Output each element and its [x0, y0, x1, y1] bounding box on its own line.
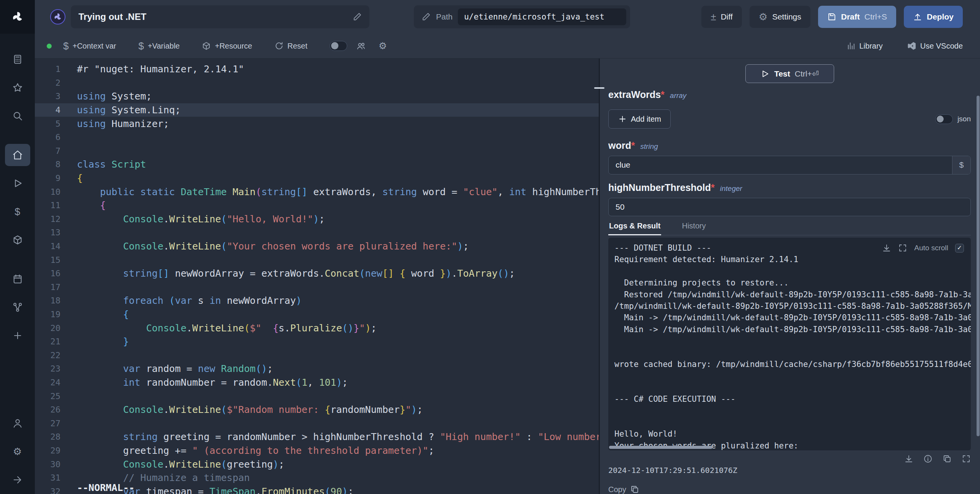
library-button[interactable]: Library [846, 41, 883, 51]
editor-toggle[interactable] [330, 41, 347, 51]
code-line[interactable]: 29 greeting += " (according to the thres… [35, 444, 599, 458]
add-item-button[interactable]: Add item [608, 109, 671, 129]
line-number: 25 [35, 391, 60, 401]
windmill-logo[interactable] [0, 0, 35, 34]
code-line[interactable]: 7 [35, 144, 599, 158]
code-line[interactable]: 23 var random = new Random(); [35, 362, 599, 376]
code-line[interactable]: 13 [35, 226, 599, 240]
code-line[interactable]: 19 { [35, 308, 599, 321]
code-line[interactable]: 1#r "nuget: Humanizer, 2.14.1" [35, 62, 599, 76]
path-value[interactable]: u/etienne/microsoft_java_test [458, 8, 626, 25]
info-icon[interactable] [923, 454, 933, 463]
settings-gear-icon[interactable]: ⚙ [5, 440, 30, 463]
log-line [614, 335, 965, 347]
edit-path-pencil-icon[interactable] [421, 12, 431, 21]
dollar-icon: $ [138, 41, 144, 51]
code-line[interactable]: 6 [35, 130, 599, 144]
account-icon[interactable] [5, 412, 30, 434]
panel-drag-handle-icon[interactable] [594, 87, 604, 89]
log-horizontal-scrollbar[interactable] [609, 446, 712, 449]
line-number: 17 [35, 282, 60, 292]
sidebar-item-home[interactable] [5, 144, 30, 166]
add-resource-button[interactable]: +Resource [202, 41, 252, 51]
log-output[interactable]: --- DOTNET BUILD ---Requirement detected… [608, 238, 971, 450]
page-scrollbar-thumb[interactable] [977, 96, 980, 436]
word-input[interactable] [609, 156, 952, 174]
collaborators-icon[interactable] [356, 41, 366, 51]
sidebar-item-resources[interactable] [5, 229, 30, 251]
line-number: 5 [35, 119, 60, 129]
copy-row[interactable]: Copy [608, 485, 971, 494]
add-context-var-button[interactable]: $ +Context var [63, 41, 116, 51]
gear-icon: ⚙ [759, 12, 768, 22]
star-icon[interactable] [5, 77, 30, 99]
tab-logs-result[interactable]: Logs & Result [608, 222, 661, 235]
code-line[interactable]: 24 int randomNumber = random.Next(1, 101… [35, 376, 599, 390]
sidebar-item-schedules[interactable] [5, 268, 30, 290]
script-title[interactable]: Trying out .NET [78, 11, 353, 22]
code-line[interactable]: 21 } [35, 335, 599, 349]
threshold-input[interactable] [609, 198, 970, 216]
variable-picker-button[interactable]: $ [952, 156, 970, 174]
expand-logs-icon[interactable] [898, 243, 907, 253]
download-result-icon[interactable] [904, 454, 913, 463]
line-number: 16 [35, 269, 60, 278]
line-number: 14 [35, 241, 60, 251]
collapse-arrow-icon[interactable] [5, 469, 30, 491]
sidebar-item-runs[interactable] [5, 172, 30, 194]
use-vscode-button[interactable]: Use VScode [907, 41, 963, 51]
code-line[interactable]: 11 { [35, 199, 599, 212]
code-line[interactable]: 3using System; [35, 90, 599, 103]
test-button[interactable]: Test Ctrl+⏎ [745, 64, 834, 83]
code-line[interactable]: 15 [35, 253, 599, 267]
settings-button[interactable]: ⚙ Settings [750, 6, 810, 28]
code-editor[interactable]: 1#r "nuget: Humanizer, 2.14.1"23using Sy… [35, 59, 599, 494]
code-line[interactable]: 14 Console.WriteLine("Your chosen words … [35, 240, 599, 253]
editor-settings-gear-icon[interactable]: ⚙ [379, 41, 387, 51]
tab-history[interactable]: History [681, 222, 706, 235]
code-line[interactable]: 25 [35, 389, 599, 403]
edit-title-pencil-icon[interactable] [353, 12, 362, 21]
sidebar-item-flows[interactable] [5, 296, 30, 318]
code-line[interactable]: 27 [35, 416, 599, 430]
code-line[interactable]: 12 Console.WriteLine("Hello, World!"); [35, 212, 599, 226]
code-line[interactable]: 5using Humanizer; [35, 117, 599, 130]
copy-result-icon[interactable] [942, 454, 952, 463]
code-line[interactable]: 30 Console.WriteLine(greeting); [35, 457, 599, 471]
code-line[interactable]: 2 [35, 76, 599, 90]
script-title-box[interactable]: Trying out .NET [71, 5, 369, 28]
code-line[interactable]: 9{ [35, 171, 599, 185]
json-toggle[interactable] [935, 114, 953, 124]
log-line [614, 347, 965, 359]
path-box[interactable]: Path u/etienne/microsoft_java_test [414, 5, 630, 28]
search-icon[interactable] [5, 105, 30, 127]
calculator-icon[interactable] [5, 48, 30, 70]
page-scrollbar[interactable] [977, 0, 980, 494]
panel-divider[interactable] [599, 59, 600, 494]
reset-button[interactable]: Reset [274, 41, 307, 51]
code-line[interactable]: 26 Console.WriteLine($"Random number: {r… [35, 403, 599, 417]
deploy-button[interactable]: Deploy [904, 6, 963, 28]
code-line[interactable]: 10 public static DateTime Main(string[] … [35, 185, 599, 199]
run-panel: Test Ctrl+⏎ extraWords* array Add item [600, 59, 980, 494]
sidebar-item-variables[interactable]: $ [5, 201, 30, 223]
expand-result-icon[interactable] [962, 454, 971, 463]
code-line[interactable]: 8class Script [35, 158, 599, 171]
code-line[interactable]: 28 string greeting = randomNumber > high… [35, 430, 599, 444]
log-line [614, 370, 965, 382]
code-line[interactable]: 17 [35, 280, 599, 294]
code-line[interactable]: 4using System.Linq; [35, 103, 599, 117]
code-line[interactable]: 20 Console.WriteLine($" {s.Pluralize()}"… [35, 321, 599, 335]
diff-button[interactable]: ± Diff [701, 6, 742, 28]
download-logs-icon[interactable] [882, 243, 891, 253]
test-label: Test [774, 69, 790, 78]
add-variable-button[interactable]: $ +Variable [138, 41, 180, 51]
code-lines: 1#r "nuget: Humanizer, 2.14.1"23using Sy… [35, 62, 599, 494]
code-line[interactable]: 16 string[] newWordArray = extraWords.Co… [35, 267, 599, 280]
add-resource-label: +Resource [215, 42, 252, 51]
code-line[interactable]: 22 [35, 348, 599, 362]
auto-scroll-checkbox[interactable]: ✓ [955, 244, 964, 253]
code-line[interactable]: 18 foreach (var s in newWordArray) [35, 294, 599, 308]
add-icon[interactable] [5, 324, 30, 347]
draft-button[interactable]: Draft Ctrl+S [818, 6, 896, 28]
